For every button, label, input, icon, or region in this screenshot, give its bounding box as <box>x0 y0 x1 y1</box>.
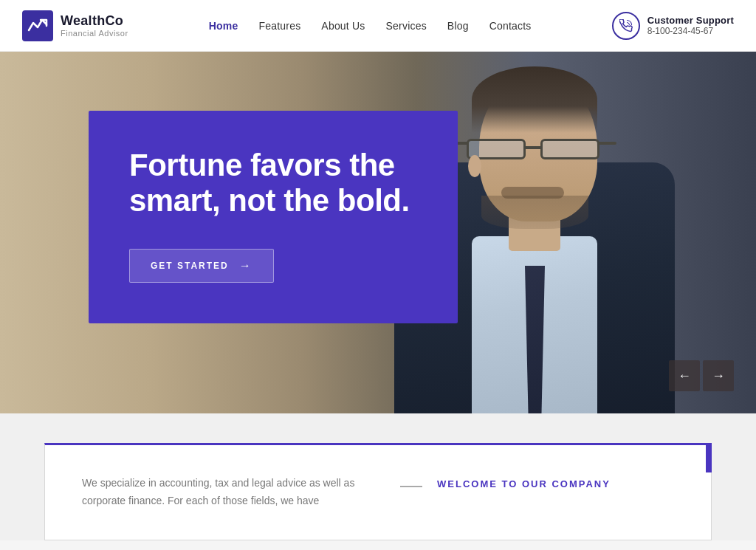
bottom-section: We specialize in accounting, tax and leg… <box>0 413 756 540</box>
logo-area: WealthCo Financial Advisor <box>22 10 128 41</box>
company-description: We specialize in accounting, tax and leg… <box>82 475 356 510</box>
main-nav: Home Features About Us Services Blog Con… <box>209 20 532 32</box>
hero-card: Fortune favors the smart, not the bold. … <box>89 111 458 323</box>
nav-home[interactable]: Home <box>209 20 238 32</box>
logo-text-area: WealthCo Financial Advisor <box>61 13 128 38</box>
nav-services[interactable]: Services <box>386 20 427 32</box>
site-header: WealthCo Financial Advisor Home Features… <box>0 0 756 52</box>
nav-about[interactable]: About Us <box>321 20 365 32</box>
hero-headline: Fortune favors the smart, not the bold. <box>129 148 417 219</box>
content-right: WELCOME TO OUR COMPANY <box>400 475 674 489</box>
support-label: Customer Support <box>647 15 734 26</box>
content-left: We specialize in accounting, tax and leg… <box>82 475 356 510</box>
nav-contacts[interactable]: Contacts <box>489 20 532 32</box>
arrow-right-icon: → <box>239 260 252 272</box>
slider-next-button[interactable]: → <box>703 360 734 391</box>
get-started-label: GET STARTED <box>151 261 229 271</box>
hero-section: Fortune favors the smart, not the bold. … <box>0 52 756 413</box>
support-area: Customer Support 8-100-234-45-67 <box>612 12 734 40</box>
content-card: We specialize in accounting, tax and leg… <box>44 443 712 540</box>
welcome-label: WELCOME TO OUR COMPANY <box>437 478 611 489</box>
next-icon: → <box>712 368 725 384</box>
nav-features[interactable]: Features <box>259 20 301 32</box>
logo-icon <box>22 10 53 41</box>
support-number: 8-100-234-45-67 <box>647 26 734 36</box>
slider-prev-button[interactable]: ← <box>669 360 700 391</box>
nav-blog[interactable]: Blog <box>447 20 469 32</box>
support-text: Customer Support 8-100-234-45-67 <box>647 15 734 36</box>
get-started-button[interactable]: GET STARTED → <box>129 249 274 283</box>
divider-line <box>400 486 422 487</box>
phone-icon <box>612 12 640 40</box>
slider-arrows: ← → <box>669 360 734 391</box>
logo-name: WealthCo <box>61 13 128 29</box>
prev-icon: ← <box>678 368 691 384</box>
logo-subtitle: Financial Advisor <box>61 29 128 38</box>
